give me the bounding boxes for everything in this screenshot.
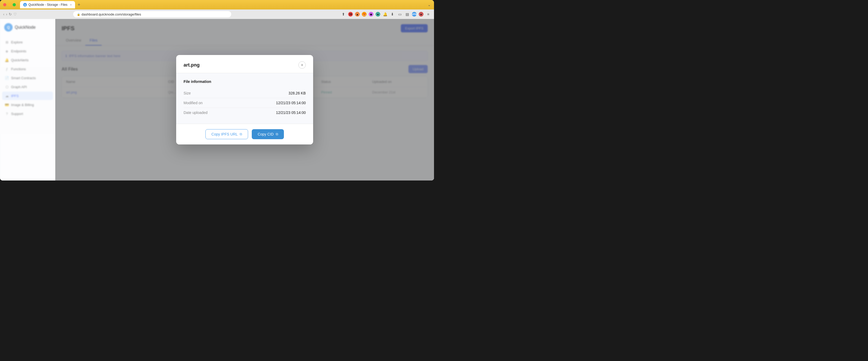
sidebar-logo: Q QuickNode [0,23,55,36]
size-value: 328.26 KB [289,91,306,95]
sidebar-item-graph-api[interactable]: ⬡ Graph API [2,83,53,91]
file-info-size-row: Size 328.26 KB [184,89,306,98]
close-button[interactable] [3,3,6,6]
sidebar-item-functions[interactable]: ƒ Functions [2,65,53,73]
image-billing-icon: 💳 [5,103,9,107]
sidebar-item-label: Graph API [11,85,27,89]
extension-purple-icon[interactable]: ◆ [369,12,373,17]
copy-ipfs-url-label: Copy IPFS URL [212,132,238,136]
modal-body: File information Size 328.26 KB Modified… [176,73,313,124]
sidebar: Q QuickNode ⊞ Explore ◈ Endpoints 🔔 Quic… [0,19,55,180]
uploaded-value: 12/21/23 05:14:00 [276,110,306,115]
download-icon[interactable]: ⬇ [390,11,395,17]
page-content: Q QuickNode ⊞ Explore ◈ Endpoints 🔔 Quic… [0,19,434,180]
uploaded-label: Date uploaded [184,110,208,115]
copy-ipfs-url-icon: ⧉ [240,132,242,136]
file-info-modified-row: Modified on 12/21/23 05:14:00 [184,98,306,108]
address-input[interactable]: 🔒 dashboard.quicknode.com/storage/files [73,11,231,18]
copy-ipfs-url-button[interactable]: Copy IPFS URL ⧉ [206,129,248,139]
file-info-uploaded-row: Date uploaded 12/21/23 05:14:00 [184,108,306,117]
menu-icon[interactable]: ≡ [426,11,431,17]
extension-alerts-icon[interactable]: 15 [348,12,353,17]
logo-text: QuickNode [15,25,36,30]
close-icon: × [301,63,303,67]
sidebar-item-support[interactable]: ? Support [2,109,53,118]
tab-favicon: Q [23,3,27,7]
nav-buttons: ‹ › ↻ ♡ [3,12,17,16]
maximize-button[interactable] [13,3,16,6]
traffic-lights [3,3,16,6]
sidebar-item-quickalerts[interactable]: 🔔 QuickAlerts [2,56,53,64]
sidebar-item-label: Image & Billing [11,103,34,107]
quickalerts-icon: 🔔 [5,58,9,62]
sidebar-item-endpoints[interactable]: ◈ Endpoints [2,47,53,55]
vpn-icon[interactable]: VPN [412,12,416,17]
copy-cid-button[interactable]: Copy CID ⧉ [252,129,284,139]
address-text: dashboard.quicknode.com/storage/files [82,12,141,16]
share-icon[interactable]: ⬆ [341,11,346,17]
reader-icon[interactable]: ▤ [404,11,410,17]
modified-value: 12/21/23 05:14:00 [276,101,306,105]
sidebar-item-label: Explore [11,40,23,44]
modal-overlay[interactable]: art.png × File information Size 328.26 K… [55,19,434,180]
graph-api-icon: ⬡ [5,85,9,89]
modal-close-button[interactable]: × [299,61,306,69]
extension-green-icon[interactable]: ● [375,12,380,17]
title-bar: Q QuickNode - Storage - Files × + ⌄ [0,0,434,9]
sidebar-item-explore[interactable]: ⊞ Explore [2,38,53,46]
sidebar-item-ipfs[interactable]: ☁ IPFS [2,92,53,100]
browser-window: Q QuickNode - Storage - Files × + ⌄ ‹ › … [0,0,434,180]
active-tab[interactable]: Q QuickNode - Storage - Files × [20,1,75,8]
sidebar-item-label: QuickAlerts [11,58,28,62]
modal-header: art.png × [176,55,313,73]
modified-label: Modified on [184,101,203,105]
sidebar-nav: ⊞ Explore ◈ Endpoints 🔔 QuickAlerts ƒ Fu… [0,36,55,120]
functions-icon: ƒ [5,67,9,71]
new-tab-button[interactable]: + [76,2,82,8]
file-info-section-title: File information [184,79,306,84]
bookmark-button[interactable]: ♡ [13,12,17,16]
tab-label: QuickNode - Storage - Files [28,3,67,7]
copy-cid-icon: ⧉ [276,132,278,136]
bell-icon[interactable]: 🔔 [382,11,388,17]
sidebar-item-label: Endpoints [11,49,26,53]
ipfs-icon: ☁ [5,94,9,98]
sidebar-item-image-billing[interactable]: 💳 Image & Billing [2,100,53,109]
tab-bar: Q QuickNode - Storage - Files × + [20,1,426,8]
smart-contracts-icon: 📄 [5,76,9,80]
modal-footer: Copy IPFS URL ⧉ Copy CID ⧉ [176,124,313,144]
browser-actions: ⬆ 15 ▲ 🦊 ◆ ● 🔔 ⬇ ▭ ▤ VPN ● ≡ [341,11,431,17]
collapse-button[interactable]: ⌄ [428,3,431,7]
size-label: Size [184,91,191,95]
explore-icon: ⊞ [5,40,9,44]
copy-cid-label: Copy CID [257,132,274,136]
main-content: IPFS Export IPFS Overview Files ℹ IPFS i… [55,19,434,180]
tab-close-button[interactable]: × [70,3,72,6]
sidebar-toggle-icon[interactable]: ▭ [397,11,402,17]
address-bar: ‹ › ↻ ♡ 🔒 dashboard.quicknode.com/storag… [0,9,434,19]
extension-triangle-icon[interactable]: ▲ [355,12,360,17]
sidebar-item-label: IPFS [11,94,19,98]
endpoints-icon: ◈ [5,49,9,53]
sidebar-item-label: Functions [11,67,26,71]
logo-circle: Q [4,23,13,32]
sidebar-item-smart-contracts[interactable]: 📄 Smart Contracts [2,74,53,82]
sidebar-item-label: Smart Contracts [11,76,36,80]
forward-button[interactable]: › [6,12,7,16]
modal-title: art.png [184,62,199,68]
minimize-button[interactable] [8,3,11,6]
support-icon: ? [5,111,9,116]
back-button[interactable]: ‹ [3,12,4,16]
sidebar-item-label: Support [11,112,23,116]
profile-icon[interactable]: ● [419,12,424,17]
extension-fox-icon[interactable]: 🦊 [362,12,367,17]
reload-button[interactable]: ↻ [9,12,12,16]
file-info-modal: art.png × File information Size 328.26 K… [176,55,313,144]
lock-icon: 🔒 [77,13,80,16]
